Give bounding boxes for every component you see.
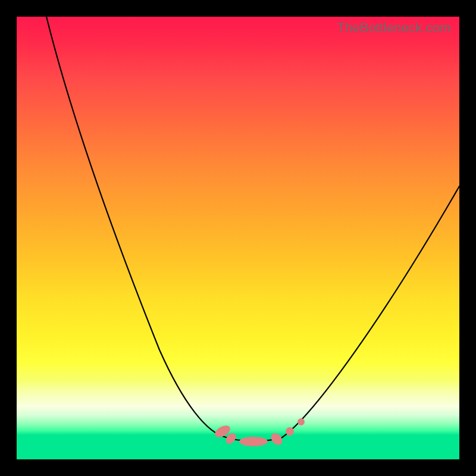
marker-dot [239,437,268,446]
marker-dot [286,427,294,436]
marker-dot [269,431,284,447]
curve-right-branch [281,186,459,438]
bottleneck-curve [17,17,459,459]
plot-area: TheBottleneck.com [17,17,459,459]
marker-dot [298,418,305,425]
outer-frame: TheBottleneck.com [0,0,476,476]
curve-left-branch [46,17,226,437]
